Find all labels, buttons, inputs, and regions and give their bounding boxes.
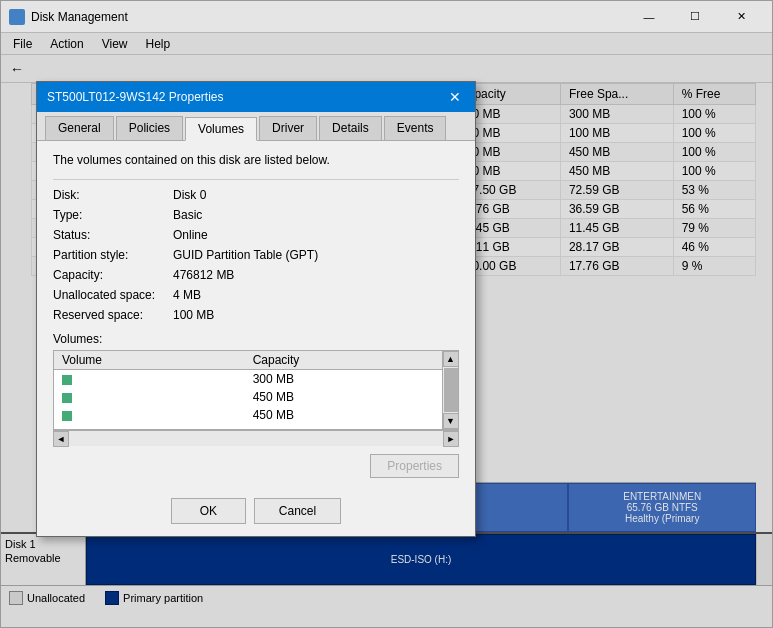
scroll-down-button[interactable]: ▼ <box>443 413 459 429</box>
property-value: Disk 0 <box>173 188 206 202</box>
vol-cell-capacity: 450 MB <box>245 388 458 406</box>
tab-volumes[interactable]: Volumes <box>185 117 257 141</box>
dialog-info-text: The volumes contained on this disk are l… <box>53 153 459 167</box>
dialog-tab-strip: General Policies Volumes Driver Details … <box>37 112 475 141</box>
vol-cell-capacity: 300 MB <box>245 370 458 389</box>
volumes-inner-table: Volume Capacity 300 MB450 MB450 MB <box>54 351 458 424</box>
volume-icon <box>62 411 72 421</box>
dialog-close-button[interactable]: ✕ <box>445 87 465 107</box>
tab-policies[interactable]: Policies <box>116 116 183 140</box>
property-label: Status: <box>53 228 173 242</box>
vol-cell-volume <box>54 370 245 389</box>
property-label: Reserved space: <box>53 308 173 322</box>
tab-events[interactable]: Events <box>384 116 447 140</box>
vol-table-row[interactable]: 300 MB <box>54 370 458 389</box>
vol-table-scrollbar[interactable]: ▲ ▼ <box>442 351 458 429</box>
scroll-up-button[interactable]: ▲ <box>443 351 459 367</box>
tab-driver[interactable]: Driver <box>259 116 317 140</box>
property-value: 100 MB <box>173 308 214 322</box>
vol-table-hscrollbar[interactable]: ◄ ► <box>53 430 459 446</box>
ok-button[interactable]: OK <box>171 498 246 524</box>
dialog-title-bar: ST500LT012-9WS142 Properties ✕ <box>37 82 475 112</box>
scroll-thumb[interactable] <box>444 368 458 412</box>
property-row: Unallocated space:4 MB <box>53 288 459 302</box>
volumes-section-label: Volumes: <box>53 332 459 346</box>
tab-general[interactable]: General <box>45 116 114 140</box>
property-value: Online <box>173 228 208 242</box>
vol-col-volume: Volume <box>54 351 245 370</box>
property-row: Reserved space:100 MB <box>53 308 459 322</box>
vol-col-capacity: Capacity <box>245 351 458 370</box>
vol-cell-volume <box>54 388 245 406</box>
dialog-content: The volumes contained on this disk are l… <box>37 141 475 490</box>
vol-table-body: 300 MB450 MB450 MB <box>54 370 458 425</box>
hscroll-track <box>69 431 443 446</box>
tab-details[interactable]: Details <box>319 116 382 140</box>
volumes-section: Volumes: Volume Capacity 300 MB450 MB450… <box>53 332 459 446</box>
cancel-button[interactable]: Cancel <box>254 498 341 524</box>
volume-icon <box>62 393 72 403</box>
property-label: Disk: <box>53 188 173 202</box>
properties-dialog: ST500LT012-9WS142 Properties ✕ General P… <box>36 81 476 537</box>
property-value: Basic <box>173 208 202 222</box>
hscroll-left-button[interactable]: ◄ <box>53 431 69 447</box>
hscroll-right-button[interactable]: ► <box>443 431 459 447</box>
properties-button-row: Properties <box>53 454 459 478</box>
property-label: Type: <box>53 208 173 222</box>
property-label: Unallocated space: <box>53 288 173 302</box>
divider1 <box>53 179 459 180</box>
vol-cell-capacity: 450 MB <box>245 406 458 424</box>
property-label: Capacity: <box>53 268 173 282</box>
properties-button[interactable]: Properties <box>370 454 459 478</box>
volume-icon <box>62 375 72 385</box>
property-label: Partition style: <box>53 248 173 262</box>
dialog-title-text: ST500LT012-9WS142 Properties <box>47 90 224 104</box>
property-row: Type:Basic <box>53 208 459 222</box>
dialog-buttons: OK Cancel <box>37 490 475 536</box>
properties-container: Disk:Disk 0Type:BasicStatus:OnlinePartit… <box>53 188 459 322</box>
vol-cell-volume <box>54 406 245 424</box>
main-window: Disk Management — ☐ ✕ File Action View H… <box>0 0 773 628</box>
property-value: 4 MB <box>173 288 201 302</box>
property-row: Partition style:GUID Partition Table (GP… <box>53 248 459 262</box>
property-row: Status:Online <box>53 228 459 242</box>
property-row: Disk:Disk 0 <box>53 188 459 202</box>
vol-table-row[interactable]: 450 MB <box>54 388 458 406</box>
volumes-table-container: Volume Capacity 300 MB450 MB450 MB ▲ ▼ <box>53 350 459 430</box>
vol-table-row[interactable]: 450 MB <box>54 406 458 424</box>
property-value: 476812 MB <box>173 268 234 282</box>
property-row: Capacity:476812 MB <box>53 268 459 282</box>
property-value: GUID Partition Table (GPT) <box>173 248 318 262</box>
